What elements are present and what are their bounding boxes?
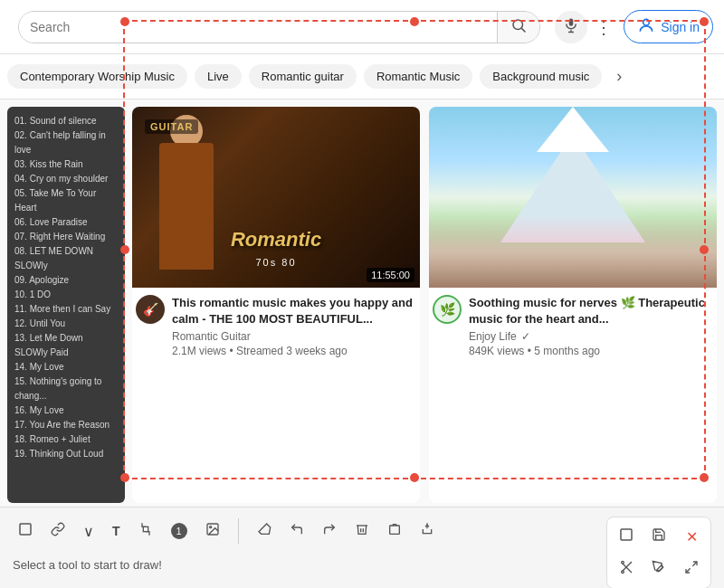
track-item: 03. Kiss the Rain: [14, 157, 118, 172]
eraser-tool-btn[interactable]: [252, 517, 277, 545]
svg-point-15: [622, 571, 624, 574]
svg-rect-2: [569, 19, 574, 26]
channel-name-2: Enjoy Life ✓: [469, 330, 713, 343]
image-tool-btn[interactable]: [200, 517, 225, 545]
crop-tool-btn[interactable]: [133, 517, 158, 545]
crop-icon: [138, 522, 153, 540]
mic-icon: [563, 17, 579, 36]
search-input[interactable]: [19, 12, 497, 43]
video-thumb-1: GUITAR Romantic 70s 80 11:55:00: [132, 107, 420, 288]
chip-background-music[interactable]: Background music: [480, 64, 602, 89]
number-icon: 1: [171, 523, 187, 539]
expand-tool-btn[interactable]: ∨: [78, 517, 100, 545]
chip-romantic-guitar[interactable]: Romantic guitar: [249, 64, 357, 89]
image-icon: [205, 522, 220, 540]
video-title-1: This romantic music makes you happy and …: [172, 295, 416, 327]
search-bar: [18, 11, 540, 43]
channel-avatar-1: 🎸: [136, 295, 165, 324]
svg-point-0: [513, 20, 523, 30]
number-tool-btn[interactable]: 1: [166, 517, 193, 545]
mini-toolbar: ✕: [606, 517, 711, 588]
guitar-thumb-subtitle: 70s 80: [255, 257, 296, 268]
sign-in-button[interactable]: Sign in: [624, 10, 713, 43]
track-item: 11. More then I can Say: [14, 302, 118, 317]
svg-point-16: [622, 561, 624, 564]
track-item: 15. Nothing's going to chang...: [14, 375, 118, 403]
video-info-1: 🎸 This romantic music makes you happy an…: [132, 288, 420, 365]
content-area: 01. Sound of silence 02. Can't help fall…: [0, 100, 724, 510]
toolbar-separator: [238, 518, 239, 544]
link-tool-btn[interactable]: [45, 517, 71, 545]
guitar-label: GUITAR: [145, 119, 198, 134]
mini-close-btn[interactable]: ✕: [676, 521, 707, 552]
delete-tool-btn[interactable]: [349, 517, 375, 545]
redo-tool-btn[interactable]: [317, 517, 342, 545]
more-options-button[interactable]: ⋮: [595, 16, 613, 38]
delete-icon: [355, 522, 369, 540]
svg-rect-7: [143, 526, 148, 531]
track-item: 16. My Love: [14, 403, 118, 418]
track-item: 14. My Love: [14, 360, 118, 375]
cherry-blossoms: [429, 215, 717, 288]
video-info-2: 🌿 Soothing music for nerves 🌿 Therapeuti…: [429, 288, 717, 365]
mini-fullscreen-btn[interactable]: [676, 554, 707, 584]
trash-icon: [387, 522, 402, 540]
expand-icon: ∨: [83, 523, 94, 540]
toolbar-hint: Select a tool to start to draw!: [13, 558, 606, 572]
chip-contemporary-worship[interactable]: Contemporary Worship Music: [7, 64, 187, 89]
filter-next-button[interactable]: ›: [609, 63, 629, 90]
video-thumb-2: [429, 107, 717, 288]
header-actions: ⋮ Sign in: [595, 10, 713, 43]
person-silhouette: [159, 143, 214, 270]
track-item: 13. Let Me Down SLOWly Paid: [14, 331, 118, 360]
video-meta-1: 2.1M views • Streamed 3 weeks ago: [172, 345, 416, 357]
bottom-toolbar: ∨ T 1: [0, 507, 724, 588]
undo-icon: [290, 522, 304, 540]
video-card-2[interactable]: 🌿 Soothing music for nerves 🌿 Therapeuti…: [429, 107, 717, 503]
eraser-icon: [257, 522, 272, 540]
text-icon: T: [112, 524, 120, 538]
track-item: 17. You Are the Reason: [14, 418, 118, 432]
toolbar-tools: ∨ T 1: [13, 517, 606, 545]
undo-tool-btn[interactable]: [284, 517, 310, 545]
track-item: 05. Take Me To Your Heart: [14, 186, 118, 215]
search-button[interactable]: [497, 12, 539, 43]
chevron-right-icon: ›: [616, 67, 622, 85]
rectangle-icon: [18, 522, 33, 540]
track-item: 08. LET ME DOWN SLOWly: [14, 244, 118, 273]
mini-cut-btn[interactable]: [611, 554, 642, 584]
filter-bar: Contemporary Worship Music Live Romantic…: [0, 54, 724, 100]
video-card-1[interactable]: GUITAR Romantic 70s 80 11:55:00 🎸 This r…: [132, 107, 420, 503]
mini-pen-icon: [652, 560, 666, 578]
svg-rect-10: [389, 526, 399, 534]
text-tool-btn[interactable]: T: [107, 518, 126, 544]
videos-row: GUITAR Romantic 70s 80 11:55:00 🎸 This r…: [132, 107, 717, 503]
mic-button[interactable]: [555, 11, 587, 43]
mini-pen-btn[interactable]: [643, 554, 674, 584]
mini-fullscreen-icon: [684, 560, 699, 578]
track-item: 19. Thinking Out Loud: [14, 447, 118, 461]
export-tool-btn[interactable]: [414, 517, 440, 545]
mini-save-icon: [652, 527, 666, 545]
dots-icon: ⋮: [595, 17, 613, 37]
mini-rect-btn[interactable]: [611, 521, 642, 552]
rectangle-tool-btn[interactable]: [13, 517, 38, 545]
video-details-2: Soothing music for nerves 🌿 Therapeutic …: [469, 295, 713, 357]
mini-cut-icon: [619, 560, 634, 578]
track-item: 07. Right Here Waiting: [14, 230, 118, 244]
channel-avatar-2: 🌿: [433, 295, 462, 324]
svg-rect-6: [20, 524, 31, 535]
sign-in-label: Sign in: [661, 20, 700, 34]
header: ⋮ Sign in: [0, 0, 724, 54]
video-meta-2: 849K views • 5 months ago: [469, 345, 713, 357]
chip-romantic-music[interactable]: Romantic Music: [364, 64, 472, 89]
track-item: 18. Romeo + Juliet: [14, 432, 118, 447]
svg-line-19: [692, 562, 697, 566]
trash-tool-btn[interactable]: [382, 517, 407, 545]
channel-name-1: Romantic Guitar: [172, 330, 416, 343]
mini-save-btn[interactable]: [643, 521, 674, 552]
mini-rect-icon: [619, 527, 634, 545]
video-title-2: Soothing music for nerves 🌿 Therapeutic …: [469, 295, 713, 327]
playlist-card[interactable]: 01. Sound of silence 02. Can't help fall…: [7, 107, 125, 503]
chip-live[interactable]: Live: [195, 64, 242, 89]
